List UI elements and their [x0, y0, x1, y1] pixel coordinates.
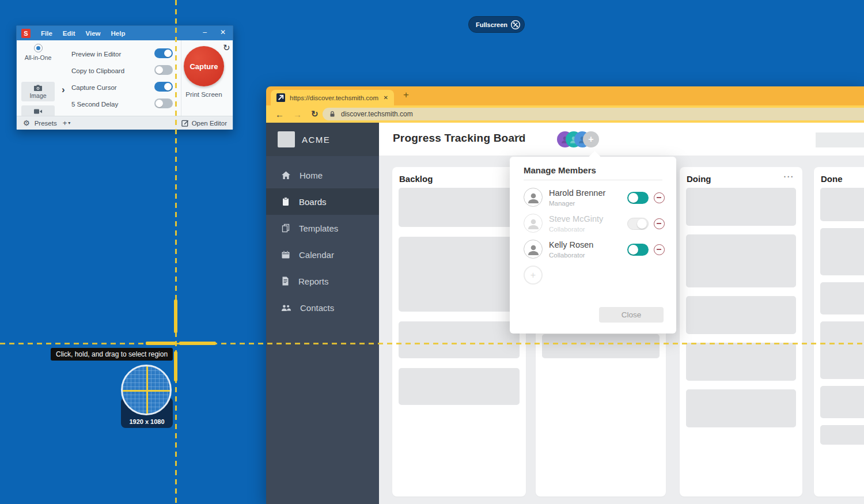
- member-row: Harold Brenner Manager: [510, 187, 676, 213]
- tab-favicon-icon: [276, 93, 285, 102]
- sidebar-label: Contacts: [300, 303, 334, 313]
- cursor-toggle[interactable]: [154, 82, 173, 92]
- clipboard-icon: [281, 197, 290, 206]
- column-menu-icon[interactable]: ···: [784, 172, 795, 181]
- capture-dimensions: 1920 x 1080: [121, 418, 173, 425]
- add-member-button[interactable]: +: [524, 266, 543, 285]
- remove-member-icon[interactable]: [654, 192, 665, 203]
- card-list: [820, 188, 864, 445]
- gear-icon[interactable]: ⚙: [23, 119, 30, 127]
- sidebar-item-templates[interactable]: Templates: [266, 215, 379, 241]
- capture-button[interactable]: Capture: [184, 46, 224, 86]
- chevron-right-icon[interactable]: ›: [62, 84, 65, 96]
- card-placeholder[interactable]: [399, 368, 520, 405]
- crosshair-segment: [146, 342, 176, 345]
- member-toggle[interactable]: [627, 192, 649, 204]
- column-doing: Doing ···: [680, 167, 802, 497]
- app-sidebar: ACME Home Boards: [266, 123, 379, 504]
- menu-file[interactable]: File: [41, 30, 52, 37]
- preview-toggle[interactable]: [154, 48, 173, 58]
- card-placeholder[interactable]: [820, 321, 864, 379]
- close-icon[interactable]: ✕: [220, 28, 226, 36]
- card-placeholder[interactable]: [399, 237, 520, 312]
- menu-help[interactable]: Help: [111, 30, 126, 37]
- snagit-footer: ⚙ Presets + ▾ Open Editor: [17, 116, 233, 130]
- reset-icon[interactable]: ↻: [223, 43, 230, 53]
- add-preset-icon[interactable]: +: [63, 119, 67, 127]
- mode-all-in-one[interactable]: All-in-One: [21, 44, 55, 61]
- card-placeholder[interactable]: [542, 334, 660, 358]
- radio-selected-icon[interactable]: [34, 44, 43, 52]
- capture-tooltip: Click, hold, and drag to select region: [51, 348, 173, 361]
- menu-view[interactable]: View: [86, 30, 101, 37]
- member-name: Kelly Rosen: [549, 240, 593, 249]
- tab-close-icon[interactable]: ✕: [384, 94, 388, 101]
- sidebar-item-home[interactable]: Home: [266, 162, 379, 188]
- open-editor-label: Open Editor: [192, 120, 227, 127]
- card-placeholder[interactable]: [399, 188, 520, 227]
- mode-image-button[interactable]: Image: [21, 82, 55, 101]
- minimize-icon[interactable]: –: [203, 28, 207, 36]
- browser-tab[interactable]: https://discover.techsmith.com ✕: [271, 90, 394, 105]
- caret-down-icon[interactable]: ▾: [68, 120, 70, 126]
- camera-icon: [33, 85, 43, 92]
- close-button[interactable]: Close: [599, 307, 664, 323]
- contacts-icon: [281, 304, 291, 312]
- option-label: Copy to Clipboard: [71, 67, 124, 74]
- fullscreen-button[interactable]: Fullscreen: [468, 16, 525, 33]
- back-icon[interactable]: ←: [275, 109, 284, 119]
- address-bar[interactable]: discover.techsmith.com: [323, 108, 864, 120]
- column-done: Done: [814, 167, 864, 497]
- avatar: [524, 214, 543, 233]
- calendar-icon: [281, 250, 290, 259]
- member-toggle[interactable]: [627, 244, 649, 256]
- refresh-icon[interactable]: ↻: [311, 109, 319, 119]
- presets-button[interactable]: Presets: [35, 120, 57, 127]
- sidebar-item-boards[interactable]: Boards: [266, 188, 379, 215]
- board-header: Progress Tracking Board ···: [379, 123, 864, 156]
- brand-name: ACME: [302, 135, 330, 145]
- open-editor-button[interactable]: Open Editor: [181, 119, 227, 127]
- member-row: Kelly Rosen Collaborator: [510, 238, 676, 264]
- person-icon: [526, 217, 540, 230]
- card-placeholder[interactable]: [820, 188, 864, 221]
- card-placeholder[interactable]: [820, 228, 864, 275]
- fullscreen-icon: [510, 20, 521, 30]
- card-placeholder[interactable]: [686, 234, 796, 287]
- column-title: Done: [821, 174, 843, 184]
- card-placeholder[interactable]: [820, 425, 864, 445]
- sidebar-item-calendar[interactable]: Calendar: [266, 241, 379, 268]
- card-placeholder[interactable]: [820, 386, 864, 418]
- new-tab-button[interactable]: +: [403, 89, 409, 101]
- snagit-window: S File Edit View Help – ✕ All-in-One Ima…: [16, 25, 233, 130]
- desktop: https://discover.techsmith.com ✕ + ← → ↻…: [0, 0, 864, 504]
- card-placeholder[interactable]: [686, 389, 796, 427]
- crosshair-segment: [174, 300, 177, 333]
- card-placeholder[interactable]: [686, 188, 796, 226]
- remove-member-icon[interactable]: [654, 244, 665, 255]
- forward-icon[interactable]: →: [293, 109, 302, 119]
- menu-edit[interactable]: Edit: [63, 30, 75, 37]
- remove-member-icon[interactable]: [654, 218, 665, 229]
- sidebar-spacer: [266, 156, 379, 162]
- url-text: discover.techsmith.com: [341, 110, 413, 118]
- snagit-logo: S: [21, 29, 31, 38]
- member-name: Harold Brenner: [549, 188, 605, 198]
- member-toggle[interactable]: [627, 218, 649, 230]
- card-placeholder[interactable]: [820, 282, 864, 314]
- card-placeholder[interactable]: [399, 321, 520, 358]
- member-name: Steve McGinty: [549, 214, 603, 223]
- snagit-titlebar: S File Edit View Help – ✕: [17, 26, 233, 40]
- delay-toggle[interactable]: [154, 98, 173, 108]
- member-role: Collaborator: [549, 226, 585, 233]
- card-placeholder[interactable]: [686, 296, 796, 334]
- board-menu-icon[interactable]: ···: [514, 131, 526, 141]
- sidebar-item-contacts[interactable]: Contacts: [266, 294, 379, 321]
- video-icon: [33, 108, 43, 115]
- add-member-avatar-button[interactable]: +: [583, 131, 599, 147]
- card-list: [399, 188, 520, 405]
- sidebar-item-reports[interactable]: Reports: [266, 268, 379, 294]
- sidebar-label: Reports: [298, 276, 329, 286]
- card-placeholder[interactable]: [686, 343, 796, 381]
- clipboard-toggle[interactable]: [154, 65, 173, 75]
